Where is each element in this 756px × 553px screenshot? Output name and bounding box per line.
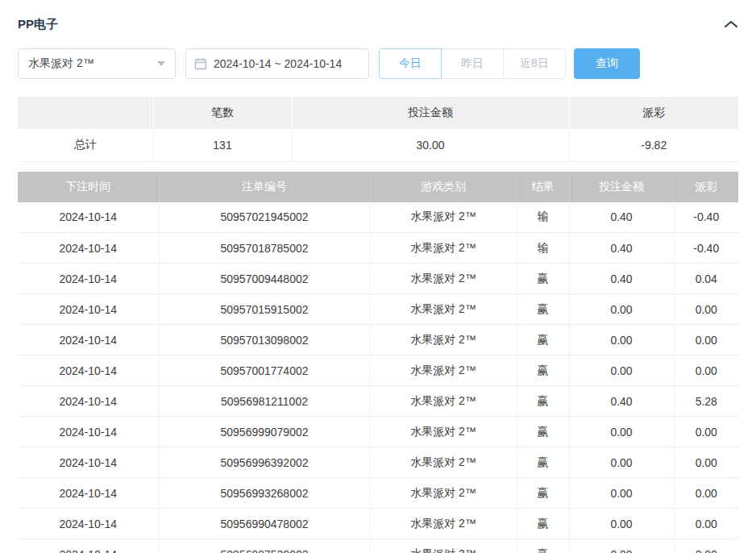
cell-0: 2024-10-14	[18, 539, 159, 553]
chevron-down-icon	[157, 61, 165, 66]
game-select[interactable]: 水果派对 2™	[18, 48, 176, 79]
date-range-input[interactable]: 2024-10-14 ~ 2024-10-14	[185, 48, 369, 79]
cell-5: 5.28	[674, 386, 738, 417]
table-row: 2024-10-1450956993268002水果派对 2™赢0.000.00	[18, 478, 738, 509]
cell-2: 水果派对 2™	[370, 264, 517, 294]
panel-header: PP电子	[18, 13, 738, 35]
summary-header-count: 笔数	[153, 97, 292, 129]
table-row: 2024-10-1450956999079002水果派对 2™赢0.000.00	[18, 417, 738, 447]
cell-3: 赢	[517, 386, 569, 417]
cell-1: 50957015915002	[159, 294, 370, 325]
cell-4: 0.40	[569, 264, 674, 294]
today-button[interactable]: 今日	[379, 48, 442, 79]
calendar-icon	[194, 57, 207, 70]
cell-0: 2024-10-14	[18, 386, 159, 417]
summary-total-bet: 30.00	[292, 129, 569, 161]
cell-2: 水果派对 2™	[370, 202, 517, 233]
cell-0: 2024-10-14	[18, 417, 159, 447]
chevron-up-icon[interactable]	[724, 19, 738, 29]
cell-0: 2024-10-14	[18, 447, 159, 478]
summary-header-payout: 派彩	[569, 97, 738, 129]
cell-1: 50957013098002	[159, 325, 370, 356]
summary-table: 笔数 投注金额 派彩 总计 131 30.00 -9.82	[18, 97, 738, 162]
cell-4: 0.00	[569, 325, 674, 356]
table-row: 2024-10-1450957021945002水果派对 2™输0.40-0.4…	[18, 202, 738, 233]
summary-total-count: 131	[153, 129, 292, 161]
table-row: 2024-10-1450956981211002水果派对 2™赢0.405.28	[18, 386, 738, 417]
table-row: 2024-10-1450957009448002水果派对 2™赢0.400.04	[18, 264, 738, 294]
table-row: 2024-10-1450956996392002水果派对 2™赢0.000.00	[18, 447, 738, 478]
cell-1: 50957018785002	[159, 233, 370, 264]
bet-table-header-row: 下注时间 注单编号 游戏类别 结果 投注金额 派彩	[18, 172, 738, 202]
cell-3: 赢	[517, 356, 569, 386]
cell-4: 0.00	[569, 478, 674, 509]
cell-3: 赢	[517, 325, 569, 356]
table-row: 2024-10-1450957001774002水果派对 2™赢0.000.00	[18, 356, 738, 386]
cell-3: 输	[517, 233, 569, 264]
cell-5: 0.00	[674, 417, 738, 447]
cell-3: 赢	[517, 294, 569, 325]
cell-1: 50957021945002	[159, 202, 370, 233]
cell-0: 2024-10-14	[18, 478, 159, 509]
cell-0: 2024-10-14	[18, 356, 159, 386]
cell-4: 0.00	[569, 509, 674, 539]
cell-0: 2024-10-14	[18, 202, 159, 233]
cell-0: 2024-10-14	[18, 233, 159, 264]
cell-1: 50956990478002	[159, 509, 370, 539]
bet-records-panel: PP电子 水果派对 2™ 2024-10-14 ~ 2024-10-14 今日 …	[0, 0, 756, 553]
summary-total-payout: -9.82	[569, 129, 738, 161]
yesterday-button[interactable]: 昨日	[441, 48, 504, 79]
cell-5: 0.04	[674, 264, 738, 294]
cell-4: 0.00	[569, 417, 674, 447]
cell-1: 50957001774002	[159, 356, 370, 386]
cell-2: 水果派对 2™	[370, 539, 517, 553]
cell-5: 0.00	[674, 356, 738, 386]
cell-3: 赢	[517, 417, 569, 447]
cell-5: 0.00	[674, 294, 738, 325]
cell-1: 50956996392002	[159, 447, 370, 478]
filter-bar: 水果派对 2™ 2024-10-14 ~ 2024-10-14 今日 昨日 近8…	[18, 48, 738, 79]
cell-0: 2024-10-14	[18, 509, 159, 539]
cell-4: 0.00	[569, 356, 674, 386]
summary-header-bet: 投注金额	[292, 97, 569, 129]
cell-0: 2024-10-14	[18, 264, 159, 294]
cell-2: 水果派对 2™	[370, 233, 517, 264]
cell-4: 0.00	[569, 294, 674, 325]
summary-total-label: 总计	[18, 129, 153, 161]
table-row: 2024-10-1450957013098002水果派对 2™赢0.000.00	[18, 325, 738, 356]
page-title: PP电子	[18, 17, 58, 32]
cell-0: 2024-10-14	[18, 325, 159, 356]
cell-3: 赢	[517, 264, 569, 294]
header-bet-time: 下注时间	[18, 172, 159, 202]
header-bet-amount: 投注金额	[569, 172, 674, 202]
cell-4: 0.00	[569, 447, 674, 478]
last-8-days-button[interactable]: 近8日	[503, 48, 566, 79]
table-row: 2024-10-1450956990478002水果派对 2™赢0.000.00	[18, 509, 738, 539]
cell-1: 50956999079002	[159, 417, 370, 447]
table-row: 2024-10-1450957018785002水果派对 2™输0.40-0.4…	[18, 233, 738, 264]
cell-5: 0.00	[674, 325, 738, 356]
header-result: 结果	[517, 172, 569, 202]
header-game-type: 游戏类别	[370, 172, 517, 202]
bet-table: 下注时间 注单编号 游戏类别 结果 投注金额 派彩 2024-10-145095…	[18, 172, 738, 553]
cell-3: 输	[517, 202, 569, 233]
quick-range-group: 今日 昨日 近8日	[379, 48, 566, 79]
table-row: 2024-10-1450956987530002水果派对 2™赢0.000.00	[18, 539, 738, 553]
cell-4: 0.40	[569, 202, 674, 233]
cell-5: -0.40	[674, 202, 738, 233]
search-button[interactable]: 查询	[574, 48, 640, 79]
table-row: 2024-10-1450957015915002水果派对 2™赢0.000.00	[18, 294, 738, 325]
cell-2: 水果派对 2™	[370, 356, 517, 386]
cell-2: 水果派对 2™	[370, 478, 517, 509]
cell-3: 赢	[517, 447, 569, 478]
cell-2: 水果派对 2™	[370, 325, 517, 356]
cell-4: 0.40	[569, 386, 674, 417]
cell-5: 0.00	[674, 509, 738, 539]
cell-1: 50956987530002	[159, 539, 370, 553]
summary-header-row: 笔数 投注金额 派彩	[18, 97, 738, 129]
cell-3: 赢	[517, 509, 569, 539]
cell-2: 水果派对 2™	[370, 509, 517, 539]
cell-4: 0.00	[569, 539, 674, 553]
summary-header-blank	[18, 97, 153, 129]
cell-2: 水果派对 2™	[370, 417, 517, 447]
